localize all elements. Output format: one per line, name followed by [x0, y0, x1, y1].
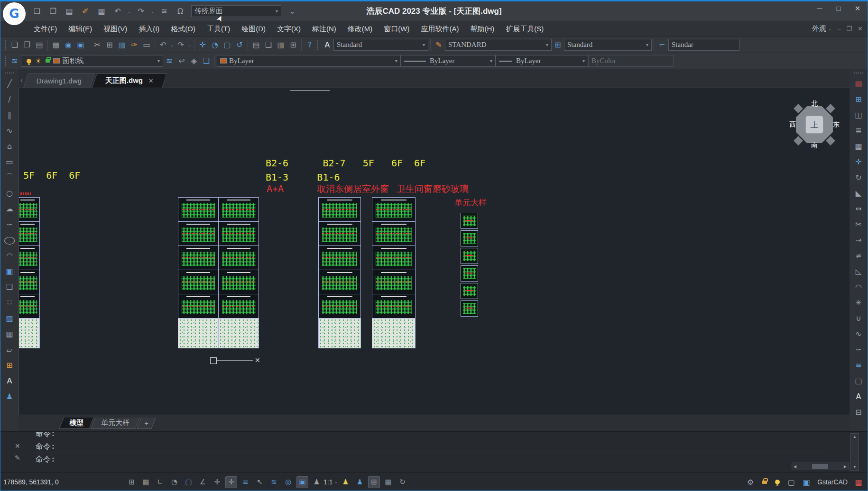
annotation-autoadd-icon[interactable]: ♟	[354, 476, 366, 488]
menu-modify[interactable]: 修改(M)	[342, 21, 379, 36]
lineweight-combo[interactable]: ByLayer ▾	[496, 55, 588, 67]
plan-column-d[interactable]	[372, 198, 416, 348]
menu-view[interactable]: 视图(V)	[98, 21, 133, 36]
help-icon[interactable]: ?	[304, 39, 316, 51]
scale-icon[interactable]: ◣	[852, 187, 865, 199]
explode-icon[interactable]: ✳	[852, 296, 865, 309]
table-icon[interactable]: ⊞	[3, 359, 16, 371]
layer-thaw-sun-icon[interactable]: ☀	[35, 57, 41, 65]
plan-column-b-left[interactable]	[178, 198, 219, 348]
layer-color-swatch[interactable]	[53, 58, 60, 64]
drawing-canvas[interactable]: 5F 6F 6F B2-6 B2-7 5F 6F 6F B1-3 B1-6 A+…	[18, 88, 850, 415]
insert-block-icon[interactable]: ▣	[3, 265, 16, 277]
menu-draw[interactable]: 绘图(D)	[236, 21, 271, 36]
app-logo[interactable]: G	[3, 2, 26, 25]
zoom-previous-icon[interactable]: ↺	[233, 39, 246, 51]
undo-icon[interactable]: ↶	[111, 5, 125, 18]
open-icon[interactable]: ❐	[21, 39, 33, 51]
layer-unlock-icon[interactable]	[46, 59, 50, 63]
new-icon[interactable]: ❏	[9, 39, 21, 51]
zoom-realtime-icon[interactable]: ◔	[209, 39, 221, 51]
compass-north[interactable]: 北	[811, 100, 818, 108]
array-icon[interactable]: ▦	[852, 140, 865, 152]
compass-east[interactable]: 东	[833, 120, 840, 129]
compass-top-face[interactable]: 上	[805, 116, 823, 134]
trim-icon[interactable]: ✂	[852, 218, 865, 230]
print-icon[interactable]: ▦	[94, 5, 109, 18]
show-lineweight-icon[interactable]: ≡	[240, 476, 251, 488]
point-icon[interactable]: ∷	[3, 296, 16, 309]
text-style-combo[interactable]: Standard ▾	[333, 39, 428, 51]
text-style-icon[interactable]: A	[321, 39, 333, 51]
redo-icon[interactable]: ↷	[134, 5, 148, 18]
print-preview-icon[interactable]: ◉	[62, 39, 74, 51]
command-input-line[interactable]: 命令:	[34, 453, 825, 465]
properties-palette-icon[interactable]: ▤	[250, 39, 262, 51]
command-window[interactable]: ✕ ✎ 命令: 命令: 命令: ▲ ▼ ◀ ▶	[0, 431, 868, 472]
grid-icon[interactable]: ▦	[140, 476, 152, 488]
rotate-icon[interactable]: ↻	[852, 171, 865, 183]
line-icon[interactable]: ╱	[3, 77, 16, 90]
transparency-icon[interactable]: ≋	[268, 476, 280, 488]
save-icon[interactable]: ▤	[33, 39, 46, 51]
scroll-up-icon[interactable]: ▲	[853, 435, 857, 439]
tab-scroll-left-icon[interactable]: ‹	[20, 76, 23, 84]
construction-line-icon[interactable]: ∕	[3, 93, 16, 105]
toolbar-overflow-icon[interactable]: ⌄	[286, 5, 298, 18]
multileader-style-icon[interactable]: ⌐	[656, 39, 668, 51]
dimension-style-combo[interactable]: STANDARD ▾	[445, 39, 552, 51]
support-headset-icon[interactable]: Ω	[173, 5, 187, 18]
join-icon[interactable]: ∪	[852, 312, 865, 324]
menu-text[interactable]: 文字(X)	[271, 21, 306, 36]
compass-south[interactable]: 南	[811, 141, 818, 150]
annotation-scale-person-icon[interactable]: ♟	[311, 476, 323, 488]
edit-spline-icon[interactable]: ∽	[852, 343, 865, 355]
save-as-icon[interactable]: ✐	[78, 5, 92, 18]
tab-drawing1[interactable]: Drawing1.dwg	[23, 73, 95, 88]
move-icon[interactable]: ✛	[852, 155, 865, 168]
layer-manager-icon[interactable]: ≋	[9, 55, 21, 67]
settings-gear-icon[interactable]: ⚙	[744, 476, 757, 488]
selection-cycling-icon[interactable]: ↖	[254, 476, 266, 488]
table-style-combo[interactable]: Standard ▾	[564, 39, 652, 51]
arc-icon[interactable]: ⌒	[3, 171, 16, 183]
allow-dynamic-ucs-icon[interactable]: ✛	[211, 476, 223, 488]
rectangle-icon[interactable]: ▭	[3, 155, 16, 168]
menu-insert[interactable]: 插入(I)	[133, 21, 165, 36]
color-combo[interactable]: ByLayer ▾	[217, 55, 401, 67]
copy-icon[interactable]: ⊞	[103, 39, 116, 51]
minimize-button[interactable]: ─	[813, 4, 826, 13]
erase-icon[interactable]: ▨	[852, 77, 865, 90]
hardware-acceleration-icon[interactable]	[775, 480, 780, 484]
ortho-icon[interactable]: ∟	[154, 476, 166, 488]
redo-icon[interactable]: ↷	[175, 39, 187, 51]
object-snap-tracking-icon[interactable]: ∠	[197, 476, 209, 488]
align-icon[interactable]: ≡	[852, 359, 865, 371]
unit-detail-column[interactable]	[461, 213, 478, 317]
extend-icon[interactable]: →	[852, 234, 865, 246]
break-icon[interactable]: ≠	[852, 249, 865, 262]
open-file-icon[interactable]: ❐	[46, 5, 60, 18]
gradient-icon[interactable]: ▦	[3, 327, 16, 340]
hatch-icon[interactable]: ▨	[3, 312, 16, 324]
command-edit-icon[interactable]: ✎	[15, 454, 20, 462]
spline-icon[interactable]: ∽	[3, 218, 16, 230]
tab-model[interactable]: 模型	[59, 418, 94, 429]
add-selected-icon[interactable]: ♟	[3, 390, 16, 402]
region-icon[interactable]: ▱	[3, 343, 16, 355]
doc-close-button[interactable]: ✕	[858, 25, 863, 32]
designcenter-icon[interactable]: ❏	[262, 39, 275, 51]
dynamic-input-icon[interactable]: ✛	[225, 476, 237, 488]
command-horizontal-scrollbar[interactable]: ◀ ▶	[792, 463, 849, 470]
live-update-icon[interactable]: ▦	[852, 476, 865, 488]
menu-express-tools[interactable]: 扩展工具(S)	[500, 21, 549, 36]
annotation-visibility-icon[interactable]: ♟	[340, 476, 351, 488]
new-file-icon[interactable]: ❏	[30, 5, 44, 18]
polar-tracking-icon[interactable]: ◔	[168, 476, 180, 488]
snap-icon[interactable]: ⊞	[126, 476, 138, 488]
menu-edit[interactable]: 编辑(E)	[63, 21, 98, 36]
plan-column-c[interactable]	[318, 198, 361, 348]
dimension-style-icon[interactable]: ✎	[433, 39, 445, 51]
view-compass[interactable]: 上 北 南 西 东	[791, 101, 838, 148]
annotation-scale-combo[interactable]: 1:1 ⌄	[323, 478, 339, 486]
